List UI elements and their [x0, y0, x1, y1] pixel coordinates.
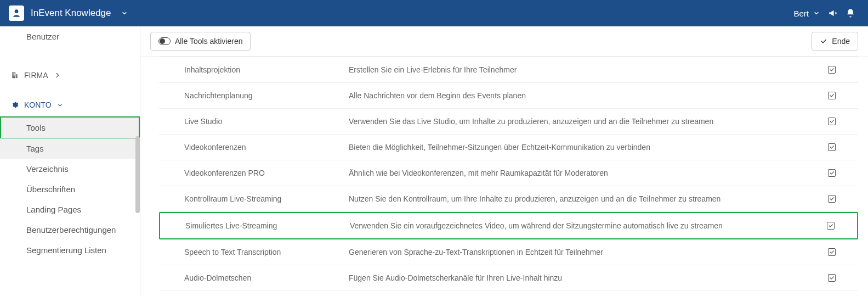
tool-description: Nutzen Sie den Kontrollraum, um Ihre Inh… [349, 194, 815, 203]
sidebar-item-label: Landing Pages [26, 205, 81, 214]
tool-checkbox[interactable] [828, 66, 836, 74]
tool-name: Live Studio [184, 117, 349, 126]
tool-name: Audio-Dolmetschen [184, 273, 349, 282]
tool-checkbox-cell [815, 66, 848, 74]
sidebar-item-tools[interactable]: Tools [0, 116, 140, 139]
sidebar-item-verzeichnis[interactable]: Verzeichnis [0, 159, 140, 179]
activate-all-tools-button[interactable]: Alle Tools aktivieren [150, 32, 251, 51]
sidebar: Benutzer FIRMA KONTO Tools Tags Verzeich… [0, 26, 140, 296]
check-icon [829, 144, 835, 150]
topbar: InEvent Knowledge Bert [0, 0, 868, 26]
tools-list: InhaltsprojektionErstellen Sie ein Live-… [140, 57, 868, 296]
tool-checkbox[interactable] [828, 248, 836, 256]
sidebar-section-label: FIRMA [24, 71, 48, 80]
check-icon [829, 119, 835, 124]
sidebar-item-label: Überschriften [26, 185, 75, 194]
sidebar-item-label: Segmentierung Listen [26, 245, 106, 255]
tool-checkbox[interactable] [828, 143, 836, 151]
tool-description: Verwenden Sie ein voraufgezeichnetes Vid… [350, 221, 814, 230]
app-logo [9, 5, 24, 21]
tool-checkbox[interactable] [828, 92, 836, 99]
tool-checkbox-cell [814, 222, 847, 230]
tool-name: Speech to Text Transcription [184, 248, 349, 256]
check-icon [829, 93, 835, 98]
tool-checkbox[interactable] [828, 274, 836, 282]
tool-name: Kontrollraum Live-Streaming [184, 194, 349, 203]
tool-checkbox-cell [815, 169, 848, 177]
check-icon [828, 223, 833, 228]
tool-name: Inhaltsprojektion [184, 65, 349, 74]
tool-row: Live StudioVerwenden Sie das Live Studio… [159, 109, 858, 135]
gear-icon [11, 101, 19, 109]
sidebar-item-label: Benutzerberechtigungen [26, 225, 116, 234]
notifications-button[interactable] [842, 0, 859, 26]
check-icon [829, 275, 835, 281]
toggle-icon [158, 37, 171, 45]
sidebar-item-label: Benutzer [26, 32, 59, 41]
sidebar-section-konto[interactable]: KONTO [0, 93, 140, 117]
chevron-right-icon [54, 71, 61, 79]
tool-checkbox-cell [815, 92, 848, 99]
tool-row: NachrichtenplanungAlle Nachrichten vor d… [159, 83, 858, 109]
sidebar-scrollbar-thumb[interactable] [135, 136, 140, 213]
tool-checkbox[interactable] [828, 118, 836, 125]
check-icon [829, 249, 835, 255]
tool-checkbox[interactable] [828, 169, 836, 177]
ende-button[interactable]: Ende [812, 32, 858, 51]
tool-checkbox-cell [815, 118, 848, 125]
tool-name: Videokonferenzen [184, 143, 349, 152]
tool-description: Fügen Sie Audio-Dolmetscherkanäle für Ih… [349, 273, 815, 282]
tool-description: Verwenden Sie das Live Studio, um Inhalt… [349, 117, 815, 126]
tool-checkbox[interactable] [828, 195, 836, 203]
bell-icon [846, 8, 855, 18]
tool-description: Erstellen Sie ein Live-Erlebnis für Ihre… [349, 65, 815, 74]
tool-row: VideokonferenzenBieten die Möglichkeit, … [159, 135, 858, 160]
building-icon [11, 71, 19, 79]
app-title-dropdown[interactable]: InEvent Knowledge [31, 8, 128, 19]
check-icon [829, 196, 835, 202]
tool-row: Kontrollraum Live-StreamingNutzen Sie de… [159, 186, 858, 212]
sidebar-item-benutzer[interactable]: Benutzer [0, 26, 140, 47]
check-icon [820, 37, 827, 45]
sidebar-item-label: Tags [26, 144, 44, 153]
chevron-down-icon [813, 10, 820, 16]
tool-checkbox-cell [815, 274, 848, 282]
tool-checkbox-cell [815, 143, 848, 151]
toolbar: Alle Tools aktivieren Ende [140, 26, 868, 57]
user-name: Bert [793, 9, 809, 18]
user-menu[interactable]: Bert [789, 9, 824, 18]
sidebar-scrollbar[interactable] [135, 26, 140, 296]
sidebar-item-ueberschriften[interactable]: Überschriften [0, 179, 140, 199]
bullhorn-icon [828, 8, 838, 18]
sidebar-item-segmentierung-listen[interactable]: Segmentierung Listen [0, 240, 140, 260]
tool-row: Simuliertes Live-StreamingVerwenden Sie … [159, 212, 858, 239]
check-icon [829, 67, 835, 72]
sidebar-item-label: Verzeichnis [26, 164, 69, 174]
chevron-down-icon [121, 10, 128, 16]
tool-name: Videokonferenzen PRO [184, 169, 349, 177]
button-label: Alle Tools aktivieren [175, 37, 242, 46]
check-icon [829, 170, 835, 176]
sidebar-section-firma[interactable]: FIRMA [0, 63, 140, 87]
tool-checkbox-cell [815, 195, 848, 203]
tool-row: Speech to Text TranscriptionGenerieren v… [159, 239, 858, 265]
tool-checkbox[interactable] [827, 222, 835, 230]
app-title: InEvent Knowledge [31, 8, 111, 19]
sidebar-item-benutzerberechtigungen[interactable]: Benutzerberechtigungen [0, 220, 140, 240]
tool-description: Generieren von Sprache-zu-Text-Transkrip… [349, 248, 815, 256]
tool-row: Videokonferenzen PROÄhnlich wie bei Vide… [159, 160, 858, 186]
tool-description: Bieten die Möglichkeit, Teilnehmer-Sitzu… [349, 143, 815, 152]
svg-point-0 [15, 9, 19, 13]
tool-description: Ähnlich wie bei Videokonferenzen, mit me… [349, 169, 815, 177]
tool-description: Alle Nachrichten vor dem Beginn des Even… [349, 91, 815, 100]
tool-name: Simuliertes Live-Streaming [185, 221, 350, 230]
announcement-button[interactable] [824, 0, 842, 26]
tool-name: Nachrichtenplanung [184, 91, 349, 100]
sidebar-section-label: KONTO [24, 100, 52, 109]
sidebar-item-label: Tools [26, 123, 46, 132]
tool-checkbox-cell [815, 248, 848, 256]
chevron-down-icon [57, 102, 63, 108]
sidebar-item-landing-pages[interactable]: Landing Pages [0, 199, 140, 220]
sidebar-item-tags[interactable]: Tags [0, 138, 140, 159]
tool-row: Audio-DolmetschenFügen Sie Audio-Dolmets… [159, 265, 858, 291]
